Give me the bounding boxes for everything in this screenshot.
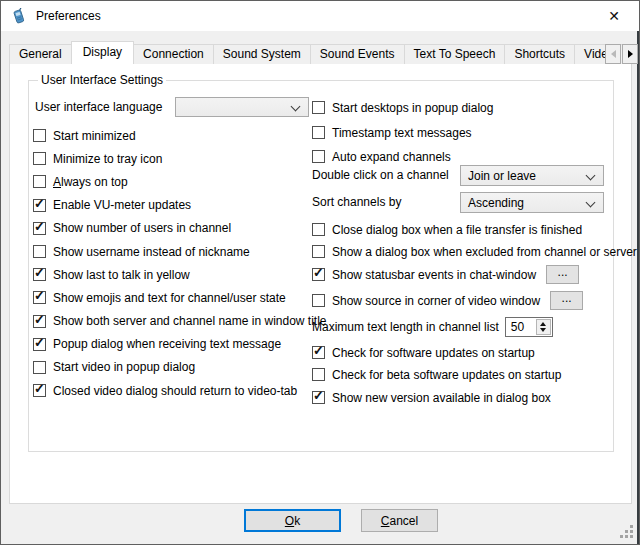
checkbox-row[interactable]: Show number of users in channel [33,217,327,240]
chevron-down-icon [586,198,596,208]
checkbox-row[interactable]: Auto expand channels [312,147,451,166]
checkbox[interactable] [33,129,46,142]
checkbox-row[interactable]: Start desktops in popup dialog [312,98,493,117]
checkbox-row[interactable]: Show both server and channel name in win… [33,310,327,333]
preferences-tabbar: General Display Connection Sound System … [9,41,625,64]
tab-scroll-buttons [605,44,638,64]
checkbox-row[interactable]: Always on top [33,170,327,193]
left-checkbox-column: Start minimized Minimize to tray icon Al… [33,124,327,402]
checkbox-row[interactable]: Show statusbar events in chat-window ... [312,265,579,284]
checkbox[interactable] [312,101,325,114]
checkbox-row[interactable]: Show a dialog box when excluded from cha… [312,242,637,261]
chevron-down-icon [291,102,301,112]
checkbox-row[interactable]: Show emojis and text for channel/user st… [33,286,327,309]
checkbox-label: Show source in corner of video window [332,294,540,308]
sort-channels-combobox[interactable]: Ascending [460,192,604,213]
checkbox-row[interactable]: Minimize to tray icon [33,147,327,170]
checkbox[interactable] [33,338,46,351]
sort-channels-value: Ascending [468,196,524,210]
tab-text-to-speech[interactable]: Text To Speech [404,44,506,64]
checkbox-label: Show last to talk in yellow [53,268,190,282]
checkbox-row[interactable]: Start video in popup dialog [33,356,327,379]
checkbox[interactable] [33,361,46,374]
checkbox-label: Show new version available in dialog box [332,391,551,405]
checkbox-row[interactable]: Check for beta software updates on start… [312,365,561,384]
double-click-combobox[interactable]: Join or leave [460,165,604,186]
checkbox-row[interactable]: Enable VU-meter updates [33,194,327,217]
checkbox[interactable] [33,245,46,258]
resize-grip[interactable] [620,525,634,539]
checkbox-label: Enable VU-meter updates [53,198,191,212]
sort-channels-label: Sort channels by [312,195,401,209]
checkbox-label: Close dialog box when a file transfer is… [332,223,582,237]
title-bar: Preferences ✕ [1,1,639,31]
checkbox-label: Show number of users in channel [53,221,231,235]
tab-sound-system[interactable]: Sound System [213,44,311,64]
checkbox-label: Start minimized [53,129,136,143]
spin-down-icon[interactable] [540,328,546,332]
checkbox-label: Check for software updates on startup [332,346,535,360]
checkbox-label: Show statusbar events in chat-window [332,268,536,282]
language-label: User interface language [35,100,162,114]
arrow-left-icon [611,50,616,58]
checkbox-label: Show username instead of nickname [53,245,250,259]
checkbox[interactable] [312,150,325,163]
spinner-buttons[interactable] [536,319,551,335]
tab-scroll-right-button[interactable] [622,44,638,64]
checkbox[interactable] [33,175,46,188]
tab-shortcuts[interactable]: Shortcuts [504,44,575,64]
checkbox-label: Start video in popup dialog [53,360,195,374]
checkbox-label: Closed video dialog should return to vid… [53,384,297,398]
checkbox[interactable] [312,346,325,359]
statusbar-events-more-button[interactable]: ... [546,265,579,284]
checkbox-row[interactable]: Check for software updates on startup [312,343,535,362]
checkbox-label: Auto expand channels [332,150,451,164]
checkbox[interactable] [33,291,46,304]
checkbox[interactable] [312,391,325,404]
max-text-length-label: Maximum text length in channel list [312,320,499,334]
checkbox-row[interactable]: Timestamp text messages [312,123,472,142]
language-combobox[interactable] [175,97,309,117]
tab-connection[interactable]: Connection [133,44,214,64]
checkbox[interactable] [312,368,325,381]
checkbox-label: Check for beta software updates on start… [332,368,561,382]
checkbox[interactable] [312,126,325,139]
checkbox[interactable] [33,315,46,328]
cancel-button[interactable]: Cancel [361,509,438,532]
ok-button[interactable]: Ok [244,509,341,532]
checkbox[interactable] [33,199,46,212]
checkbox-row[interactable]: Close dialog box when a file transfer is… [312,220,582,239]
checkbox[interactable] [33,152,46,165]
checkbox-row[interactable]: Show username instead of nickname [33,240,327,263]
teamtalk-app-icon [11,8,27,24]
tab-display[interactable]: Display [71,41,134,64]
checkbox-row[interactable]: Start minimized [33,124,327,147]
checkbox[interactable] [33,268,46,281]
checkbox[interactable] [312,268,325,281]
checkbox-row[interactable]: Show last to talk in yellow [33,263,327,286]
double-click-label: Double click on a channel [312,168,449,182]
tab-general[interactable]: General [9,44,72,64]
ok-button-label: Ok [285,514,300,528]
spin-up-icon[interactable] [540,322,546,326]
max-text-length-spinner[interactable]: 50 [505,317,553,337]
video-source-more-button[interactable]: ... [550,291,583,310]
tab-sound-events[interactable]: Sound Events [310,44,405,64]
checkbox-label: Minimize to tray icon [53,152,162,166]
checkbox[interactable] [312,294,325,307]
close-icon[interactable]: ✕ [597,4,631,28]
tab-scroll-left-button[interactable] [605,44,621,64]
checkbox[interactable] [33,384,46,397]
checkbox[interactable] [33,222,46,235]
checkbox-label: Popup dialog when receiving text message [53,337,281,351]
checkbox-row[interactable]: Popup dialog when receiving text message [33,333,327,356]
checkbox-row[interactable]: Show source in corner of video window ..… [312,291,583,310]
checkbox-row[interactable]: Show new version available in dialog box [312,388,551,407]
checkbox[interactable] [312,223,325,236]
checkbox[interactable] [312,245,325,258]
preferences-dialog: Preferences ✕ General Display Connection… [0,0,640,545]
checkbox-row[interactable]: Closed video dialog should return to vid… [33,379,327,402]
group-title: User Interface Settings [38,73,166,87]
arrow-right-icon [628,50,633,58]
checkbox-label: Start desktops in popup dialog [332,101,493,115]
